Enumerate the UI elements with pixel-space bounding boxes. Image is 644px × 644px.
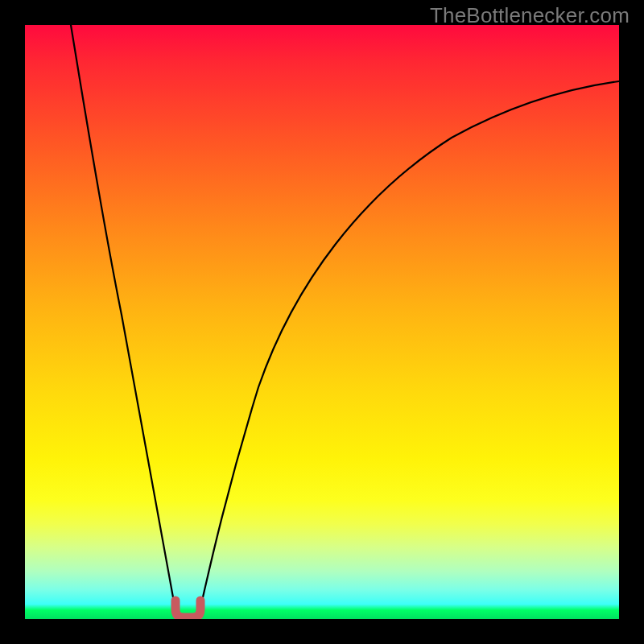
chart-frame: TheBottlenecker.com xyxy=(0,0,644,644)
watermark-text: TheBottlenecker.com xyxy=(430,3,630,28)
curve-right-branch xyxy=(199,81,619,615)
chart-svg xyxy=(25,25,619,619)
bottleneck-marker xyxy=(175,601,200,617)
plot-area xyxy=(25,25,619,619)
curve-left-branch xyxy=(71,25,176,615)
